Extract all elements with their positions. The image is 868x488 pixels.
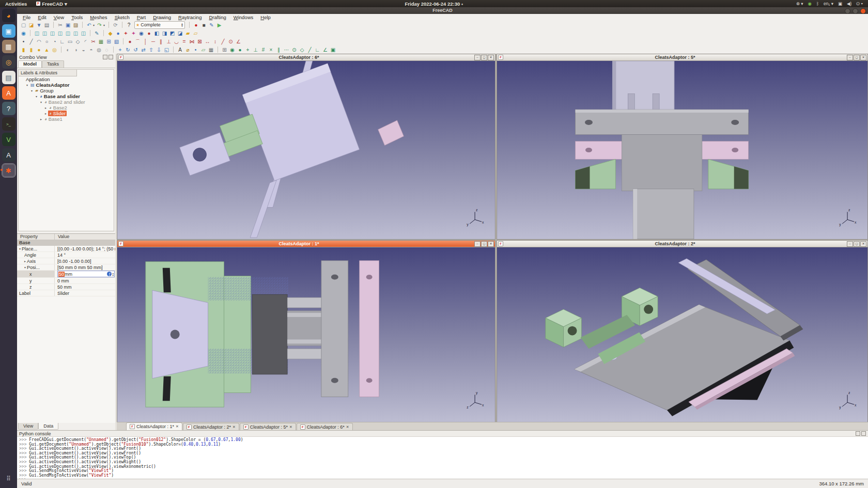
maximize-icon[interactable]: ◻ [854,241,860,247]
window-minimize-button[interactable] [845,8,850,14]
menu-meshes[interactable]: Meshes [86,14,111,20]
archive-app-dock-item[interactable]: ▦ [2,40,16,53]
measure-linear-button[interactable]: ✎ [94,30,100,37]
part-section-button[interactable]: ▱ [192,30,199,37]
minimize-icon[interactable]: – [847,55,853,60]
snap-parallel-button[interactable]: ∥ [275,46,282,53]
view-top-button[interactable]: ◫ [49,30,56,37]
draft-text-button[interactable]: A [177,46,183,53]
constraint-point-on-object-button[interactable]: ⌒ [134,38,141,45]
primitive-sphere-button[interactable]: ● [36,46,42,53]
keyboard-input-indicator[interactable]: en₁ ▾ [824,1,833,6]
close-panel-icon[interactable] [861,431,866,436]
sketch-fillet-button[interactable]: ◜ [82,38,89,45]
property-row-place[interactable]: ▾Place...[(0.00 -1.00 0.00); 14 °; (50 m… [17,246,115,252]
close-icon[interactable]: ✕ [860,55,866,60]
office-app-dock-item[interactable]: A [2,86,16,100]
viewport-titlebar[interactable]: F CleatsAdaptor : 5* – ◻ ✕ [497,54,867,61]
view-front-button[interactable]: ◫ [41,30,48,37]
file-save-button[interactable]: ▼ [36,22,42,28]
spin-down-icon[interactable]: ▾ [112,274,114,276]
draft-point-button[interactable]: • [192,46,199,53]
part-cut-button[interactable]: ✦ [122,30,129,37]
part-fillet-button[interactable]: ◨ [161,30,168,37]
close-icon[interactable]: ✕ [488,241,494,247]
power-menu[interactable]: ⏻ ▾ [856,1,863,7]
property-row-z[interactable]: z50 mm [17,284,115,290]
minimize-icon[interactable]: – [847,241,853,247]
tab-view[interactable]: View [18,423,38,430]
mdi-tab-5[interactable]: FCleatsAdaptor : 5*✕ [240,423,296,430]
sketch-external-geometry-button[interactable]: ▦ [98,38,104,45]
edit-cut-button[interactable]: ✂ [57,22,64,28]
tree-item-base-and-slider[interactable]: ▾◕Base and slider [19,93,114,99]
expander-icon[interactable]: ▾ [34,95,39,98]
draft-upgrade-button[interactable]: ⇧ [148,46,154,53]
tree-item-slider[interactable]: ▸◕Slider [19,111,114,116]
3d-view-front-rotated[interactable]: zxy [117,61,495,239]
tab-data[interactable]: Data [38,423,58,430]
viewport-titlebar[interactable]: F CleatsAdaptor : 6* – ◻ ✕ [117,54,495,61]
snap-perpendicular-button[interactable]: ⊥ [252,46,259,53]
view-axonometric-button[interactable]: ◫ [34,30,40,37]
snap-ortho-button[interactable]: ∟ [314,46,321,53]
shape-tool-5-button[interactable]: ◍ [96,46,102,53]
close-panel-icon[interactable] [109,55,113,59]
help-app-dock-item[interactable]: ? [2,102,16,115]
mdi-tab-6[interactable]: FCleatsAdaptor : 6*✕ [297,423,353,430]
close-icon[interactable]: ✕ [233,425,236,429]
menu-raytracing[interactable]: Raytracing [175,14,205,20]
snap-grid-button[interactable]: # [260,46,267,53]
snap-near-button[interactable]: ╱ [306,46,313,53]
sketch-point-button[interactable]: • [20,38,27,45]
close-icon[interactable]: ✕ [488,55,494,60]
3d-view-axonometric[interactable]: zxy [497,247,867,422]
draft-facebinder-button[interactable]: ▱ [200,46,207,53]
draft-trimex-button[interactable]: ⇄ [140,46,147,53]
menu-sketch[interactable]: Sketch [111,14,133,20]
part-revolve-button[interactable]: ● [146,30,152,37]
shape-tool-4-button[interactable]: ◓ [88,46,95,53]
primitive-torus-button[interactable]: ◎ [51,46,58,53]
toggle-grid-button[interactable]: ⊞ [221,46,228,53]
snap-extension-button[interactable]: ⋯ [283,46,290,53]
tab-model[interactable]: Model [18,60,42,68]
volume-icon[interactable]: ◀) [847,1,851,6]
maximize-icon[interactable]: ◻ [481,241,487,247]
expander-icon[interactable]: ▸ [43,112,48,115]
draft-rotate-button[interactable]: ↻ [125,46,131,53]
primitive-cone-button[interactable]: ▲ [43,46,50,53]
sketch-arc-button[interactable]: ◠ [36,38,42,45]
menu-file[interactable]: File [19,14,34,20]
shape-tool-6-button[interactable]: ◌ [103,46,110,53]
expander-icon[interactable]: ▾ [24,265,26,269]
constraint-radius-button[interactable]: ⊙ [227,38,234,45]
app-menu[interactable]: F FreeCAD ▾ [32,1,71,7]
shape-tool-2-button[interactable]: ◑ [72,46,79,53]
property-row-axis[interactable]: ▸Axis[0.00 -1.00 0.00] [17,258,115,264]
network-icon[interactable]: ▣ [838,1,842,6]
bluetooth-icon[interactable]: ᛒ [816,1,819,6]
edit-copy-button[interactable]: ▣ [65,22,71,28]
whats-this-button[interactable]: ? [126,22,132,28]
window-maximize-button[interactable] [853,8,858,14]
edit-paste-button[interactable]: ▨ [72,22,79,28]
draft-offset-button[interactable]: ↺ [132,46,139,53]
menu-edit[interactable]: Edit [34,14,50,20]
close-icon[interactable]: ✕ [289,425,292,429]
constraint-horizontal-button[interactable]: ─ [150,38,157,45]
sketch-edit-button[interactable]: ▧ [113,38,120,45]
draft-scale-button[interactable]: ◱ [163,46,170,53]
constraint-v-distance-button[interactable]: ↕ [212,38,219,45]
menu-tools[interactable]: Tools [68,14,86,20]
value-input[interactable]: 50 mmƒ▴▾ [57,271,115,277]
file-open-button[interactable]: ◪ [28,22,35,28]
sketch-trim-button[interactable]: ✂ [90,38,97,45]
view-fit-all-button[interactable]: ◉ [20,30,27,37]
file-print-button[interactable]: ▤ [43,22,50,28]
expander-icon[interactable]: ▾ [19,247,21,250]
snap-intersection-button[interactable]: × [268,46,274,53]
shield-icon[interactable]: ◉ [808,1,811,6]
close-icon[interactable]: ✕ [176,424,179,429]
property-value-cell[interactable]: 50 mmƒ▴▾ [54,271,115,277]
